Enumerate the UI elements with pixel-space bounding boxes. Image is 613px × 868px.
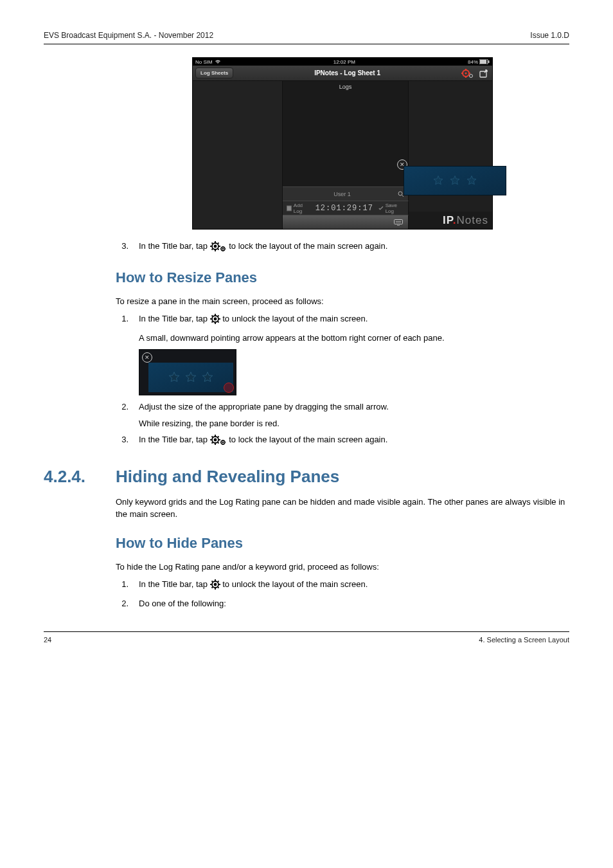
svg-line-39 — [218, 321, 219, 323]
header-left: EVS Broadcast Equipment S.A. - November … — [44, 31, 213, 40]
heading-title: Hiding and Revealing Panes — [116, 467, 339, 487]
svg-line-65 — [218, 587, 219, 588]
carrier-label: No SIM — [195, 59, 213, 65]
svg-point-9 — [470, 74, 473, 77]
logs-pane: Logs User 1 — [283, 81, 409, 201]
svg-line-24 — [211, 249, 213, 250]
svg-line-50 — [211, 442, 213, 444]
share-button[interactable] — [479, 69, 490, 78]
add-log-label: Add Log — [294, 203, 310, 214]
svg-rect-13 — [287, 206, 291, 211]
document-icon — [287, 205, 292, 212]
app-screenshot: No SIM 12:02 PM 84% Log Sheets IPNotes -… — [192, 57, 493, 230]
keyboard-row — [283, 215, 409, 229]
window-title: IPNotes - Log Sheet 1 — [233, 69, 461, 77]
svg-point-4 — [465, 72, 467, 74]
svg-line-51 — [218, 437, 219, 438]
svg-line-64 — [211, 581, 213, 583]
svg-point-53 — [222, 442, 224, 443]
gear-icon — [210, 314, 220, 324]
step-text: In the Title bar, tap — [139, 433, 569, 449]
save-log-button[interactable]: Save Log — [378, 203, 404, 214]
svg-line-23 — [218, 249, 219, 250]
svg-rect-1 — [480, 60, 486, 64]
svg-rect-2 — [488, 60, 490, 63]
subsection-title: How to Hide Panes — [116, 535, 569, 552]
page-number: 24 — [44, 636, 51, 644]
svg-point-27 — [222, 248, 224, 249]
right-pane: ✕ — [409, 81, 492, 212]
header-right: Issue 1.0.D — [530, 31, 569, 40]
step-text: In the Title bar, tap to unlock the layo… — [139, 578, 569, 593]
svg-point-43 — [214, 439, 216, 441]
step-number: 2. — [116, 597, 129, 610]
title-bar: Log Sheets IPNotes - Log Sheet 1 — [193, 66, 492, 81]
rating-pane[interactable] — [404, 166, 506, 195]
gear-button[interactable] — [461, 69, 474, 78]
svg-point-17 — [214, 246, 216, 248]
svg-line-22 — [211, 243, 213, 244]
gear-lock-icon — [210, 435, 227, 445]
status-bar: No SIM 12:02 PM 84% — [193, 58, 492, 66]
gear-lock-icon — [210, 241, 227, 251]
gear-icon — [210, 579, 220, 590]
step-text: Do one of the following: — [139, 597, 569, 610]
star-icon — [449, 175, 461, 186]
wifi-icon — [215, 59, 221, 64]
step-number: 3. — [116, 240, 129, 255]
add-log-button[interactable]: Add Log — [287, 203, 310, 214]
resize-handle[interactable] — [224, 383, 234, 393]
brand-label: IP.Notes — [409, 212, 492, 229]
svg-line-41 — [218, 316, 219, 317]
svg-line-48 — [211, 437, 213, 438]
battery-icon — [479, 59, 490, 64]
star-icon — [184, 371, 197, 384]
status-time: 12:02 PM — [221, 59, 468, 65]
svg-line-49 — [218, 442, 219, 444]
battery-label: 84% — [468, 59, 478, 65]
logs-header: Logs — [283, 81, 408, 93]
step-number: 1. — [116, 578, 129, 593]
check-icon — [378, 205, 384, 211]
close-icon[interactable]: ✕ — [142, 352, 152, 363]
star-icon — [201, 371, 214, 384]
section-intro: Only keyword grids and the Log Rating pa… — [116, 496, 569, 521]
star-icon — [466, 175, 477, 186]
keyboard-icon[interactable] — [394, 219, 403, 226]
step-text: Adjust the size of the appropriate pane … — [139, 401, 569, 429]
star-icon — [168, 371, 181, 384]
action-bar: Add Log 12:01:29:17 Save Log — [283, 201, 409, 215]
user-row[interactable]: User 1 — [283, 186, 408, 201]
svg-line-38 — [211, 316, 213, 317]
step-text: In the Title bar, tap — [139, 240, 569, 255]
svg-point-33 — [214, 318, 216, 320]
timecode: 12:01:29:17 — [315, 204, 373, 213]
star-icon — [432, 175, 444, 186]
subsection-intro: To hide the Log Rating pane and/or a key… — [116, 561, 569, 574]
save-log-label: Save Log — [386, 203, 404, 214]
section-intro: To resize a pane in the main screen, pro… — [116, 295, 569, 308]
svg-line-40 — [211, 321, 213, 323]
step-number: 2. — [116, 401, 129, 429]
svg-line-66 — [211, 587, 213, 588]
svg-line-67 — [218, 581, 219, 583]
step-number: 1. — [116, 312, 129, 344]
step-text: In the Title bar, tap to unlock the layo… — [139, 312, 569, 344]
user-label: User 1 — [333, 191, 351, 197]
heading-number: 4.2.4. — [44, 467, 96, 487]
back-button[interactable]: Log Sheets — [195, 68, 233, 78]
section-title: How to Resize Panes — [116, 269, 569, 286]
footer-section: 4. Selecting a Screen Layout — [479, 636, 569, 644]
step-number: 3. — [116, 433, 129, 449]
svg-point-59 — [214, 584, 216, 586]
svg-point-11 — [398, 192, 402, 195]
left-pane — [193, 81, 283, 229]
rating-pane-example: ✕ — [139, 349, 236, 395]
svg-line-25 — [218, 243, 219, 244]
